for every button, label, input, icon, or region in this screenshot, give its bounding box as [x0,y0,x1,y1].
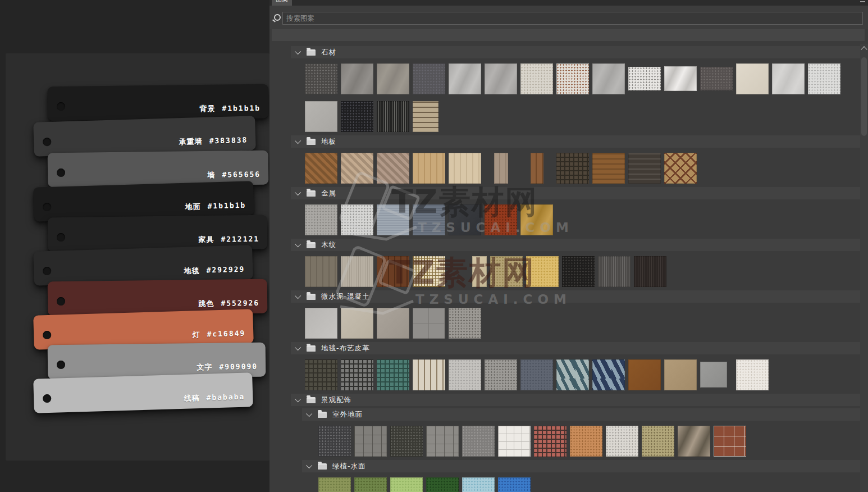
category-header[interactable]: 微水泥-混凝土 [291,290,860,303]
material-thumbnail[interactable] [808,63,840,94]
material-thumbnail[interactable] [592,63,625,94]
material-thumbnail[interactable] [341,256,373,287]
category-header[interactable]: 木纹 [291,239,860,251]
material-thumbnail[interactable] [354,477,387,492]
material-thumbnail[interactable] [736,63,769,94]
material-thumbnail[interactable] [678,426,710,457]
material-thumbnail[interactable] [736,359,769,390]
material-thumbnail[interactable] [592,359,625,390]
material-thumbnail[interactable] [377,101,409,132]
material-thumbnail[interactable] [377,63,409,94]
material-thumbnail[interactable] [377,308,409,339]
material-thumbnail[interactable] [449,308,481,339]
material-thumbnail[interactable] [485,359,517,390]
material-thumbnail[interactable] [341,308,373,339]
chevron-down-icon[interactable] [295,344,301,350]
material-thumbnail[interactable] [520,359,553,390]
material-thumbnail[interactable] [413,153,445,184]
material-thumbnail[interactable] [664,153,697,184]
material-thumbnail[interactable] [628,153,661,184]
search-input[interactable] [282,12,863,25]
material-thumbnail[interactable] [413,63,445,94]
material-thumbnail[interactable] [390,426,423,457]
chevron-down-icon[interactable] [295,241,301,247]
material-thumbnail[interactable] [531,153,543,184]
material-thumbnail[interactable] [462,477,495,492]
material-thumbnail[interactable] [449,359,481,390]
material-thumbnail[interactable] [526,256,559,287]
category-header[interactable]: 石材 [291,46,860,58]
material-thumbnail[interactable] [664,66,697,91]
chevron-down-icon[interactable] [306,411,312,417]
category-header[interactable]: 金属 [291,187,860,199]
material-thumbnail[interactable] [634,256,666,287]
material-thumbnail[interactable] [485,63,517,94]
material-thumbnail[interactable] [498,426,531,457]
material-thumbnail[interactable] [556,63,589,94]
material-thumbnail[interactable] [556,359,589,390]
material-thumbnail[interactable] [592,153,625,184]
material-thumbnail[interactable] [377,256,409,287]
material-thumbnail[interactable] [606,426,638,457]
material-thumbnail[interactable] [700,362,727,388]
material-thumbnail[interactable] [570,426,602,457]
material-thumbnail[interactable] [664,359,697,390]
chevron-down-icon[interactable] [295,293,301,299]
material-thumbnail[interactable] [318,426,351,457]
material-thumbnail[interactable] [520,63,553,94]
window-control-icon[interactable] [860,1,865,2]
material-thumbnail[interactable] [485,204,517,235]
material-thumbnail[interactable] [341,101,373,132]
material-thumbnail[interactable] [449,63,481,94]
material-thumbnail[interactable] [700,67,733,90]
material-thumbnail[interactable] [426,426,459,457]
material-thumbnail[interactable] [462,426,495,457]
material-thumbnail[interactable] [305,204,337,235]
material-thumbnail[interactable] [305,63,337,94]
material-thumbnail[interactable] [498,477,531,492]
material-thumbnail[interactable] [305,359,337,390]
scrollbar[interactable] [860,44,868,492]
material-thumbnail[interactable] [413,256,445,287]
material-thumbnail[interactable] [413,204,445,235]
chevron-down-icon[interactable] [295,396,301,402]
category-header[interactable]: 室外地面 [302,408,860,421]
material-thumbnail[interactable] [305,101,337,132]
material-thumbnail[interactable] [426,477,459,492]
material-thumbnail[interactable] [520,204,553,235]
material-thumbnail[interactable] [628,359,661,390]
material-thumbnail[interactable] [472,256,487,287]
category-header[interactable]: 绿植-水面 [302,460,860,472]
material-thumbnail[interactable] [642,426,674,457]
material-thumbnail[interactable] [341,359,373,390]
material-thumbnail[interactable] [341,204,373,235]
material-thumbnail[interactable] [341,153,373,184]
category-header[interactable]: 景观配饰 [291,394,860,406]
material-thumbnail[interactable] [377,359,409,390]
material-thumbnail[interactable] [305,153,337,184]
material-thumbnail[interactable] [305,308,337,339]
chevron-down-icon[interactable] [295,189,301,195]
material-thumbnail[interactable] [490,256,523,287]
material-thumbnail[interactable] [556,153,589,184]
material-thumbnail[interactable] [354,426,387,457]
material-thumbnail[interactable] [390,477,423,492]
tab-pattern[interactable]: 图案 [272,0,292,6]
material-thumbnail[interactable] [377,204,409,235]
material-thumbnail[interactable] [714,426,746,457]
chevron-down-icon[interactable] [295,48,301,54]
chevron-down-icon[interactable] [306,462,312,468]
material-thumbnail[interactable] [413,101,438,132]
scrollbar-thumb[interactable] [861,57,867,136]
material-thumbnail[interactable] [449,153,481,184]
category-header[interactable]: 地板 [291,135,860,148]
material-thumbnail[interactable] [598,256,631,287]
material-thumbnail[interactable] [449,204,481,235]
material-thumbnail[interactable] [562,256,595,287]
category-header[interactable]: 地毯-布艺皮革 [291,342,860,354]
material-thumbnail[interactable] [318,477,351,492]
scroll-up-icon[interactable] [861,46,867,52]
chevron-down-icon[interactable] [295,138,301,144]
material-thumbnail[interactable] [413,308,445,339]
material-thumbnail[interactable] [494,153,508,184]
